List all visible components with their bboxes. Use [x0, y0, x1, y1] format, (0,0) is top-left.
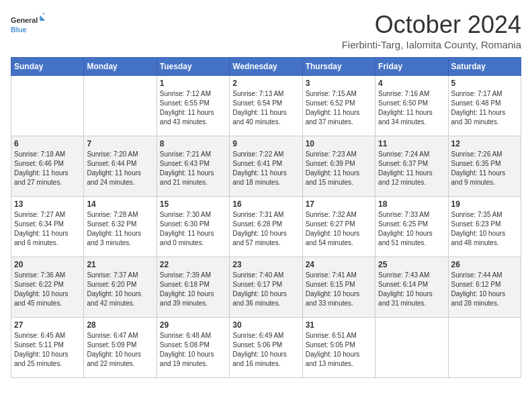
calendar-cell: 25Sunrise: 7:43 AM Sunset: 6:14 PM Dayli… [375, 257, 448, 318]
day-number: 14 [87, 199, 153, 209]
day-info: Sunrise: 6:48 AM Sunset: 5:08 PM Dayligh… [160, 331, 226, 369]
calendar-cell: 1Sunrise: 7:12 AM Sunset: 6:55 PM Daylig… [157, 76, 229, 136]
header-saturday: Saturday [448, 58, 521, 76]
logo: General Blue [11, 11, 44, 38]
day-number: 7 [87, 139, 153, 148]
header-wednesday: Wednesday [230, 58, 302, 76]
day-info: Sunrise: 7:24 AM Sunset: 6:37 PM Dayligh… [378, 150, 445, 187]
day-number: 15 [160, 199, 226, 209]
location-title: Fierbinti-Targ, Ialomita County, Romania [342, 39, 521, 50]
week-row-5: 27Sunrise: 6:45 AM Sunset: 5:11 PM Dayli… [11, 318, 521, 378]
calendar-cell: 2Sunrise: 7:13 AM Sunset: 6:54 PM Daylig… [230, 76, 302, 136]
day-info: Sunrise: 7:32 AM Sunset: 6:27 PM Dayligh… [306, 210, 372, 248]
day-number: 8 [160, 139, 226, 148]
svg-text:General: General [11, 16, 38, 24]
calendar-cell [448, 318, 521, 378]
logo-svg: General Blue [11, 11, 44, 38]
calendar-cell: 24Sunrise: 7:41 AM Sunset: 6:15 PM Dayli… [302, 257, 375, 318]
day-number: 20 [14, 260, 81, 269]
day-info: Sunrise: 6:51 AM Sunset: 5:05 PM Dayligh… [306, 331, 372, 369]
day-number: 23 [232, 260, 299, 269]
day-number: 25 [378, 260, 445, 269]
day-number: 29 [160, 320, 226, 330]
day-number: 17 [306, 199, 372, 209]
day-number: 22 [160, 260, 226, 269]
day-info: Sunrise: 6:47 AM Sunset: 5:09 PM Dayligh… [87, 331, 153, 369]
day-info: Sunrise: 7:28 AM Sunset: 6:32 PM Dayligh… [87, 210, 153, 248]
day-info: Sunrise: 7:13 AM Sunset: 6:54 PM Dayligh… [232, 89, 299, 127]
page-header: General Blue October 2024 Fierbinti-Targ… [11, 11, 521, 50]
day-info: Sunrise: 7:36 AM Sunset: 6:22 PM Dayligh… [14, 271, 81, 308]
day-number: 26 [451, 260, 518, 269]
day-number: 28 [87, 320, 153, 330]
calendar-cell: 10Sunrise: 7:23 AM Sunset: 6:39 PM Dayli… [302, 136, 375, 197]
header-tuesday: Tuesday [157, 58, 229, 76]
calendar-cell: 12Sunrise: 7:26 AM Sunset: 6:35 PM Dayli… [448, 136, 521, 197]
calendar-cell: 30Sunrise: 6:49 AM Sunset: 5:06 PM Dayli… [230, 318, 302, 378]
calendar-cell: 23Sunrise: 7:40 AM Sunset: 6:17 PM Dayli… [230, 257, 302, 318]
calendar-cell: 15Sunrise: 7:30 AM Sunset: 6:30 PM Dayli… [157, 197, 229, 257]
month-title: October 2024 [342, 11, 521, 39]
calendar-table: SundayMondayTuesdayWednesdayThursdayFrid… [11, 57, 521, 378]
day-number: 19 [451, 199, 518, 209]
day-info: Sunrise: 7:20 AM Sunset: 6:44 PM Dayligh… [87, 150, 153, 187]
calendar-cell: 17Sunrise: 7:32 AM Sunset: 6:27 PM Dayli… [302, 197, 375, 257]
calendar-cell: 20Sunrise: 7:36 AM Sunset: 6:22 PM Dayli… [11, 257, 84, 318]
calendar-cell: 21Sunrise: 7:37 AM Sunset: 6:20 PM Dayli… [84, 257, 157, 318]
day-info: Sunrise: 7:31 AM Sunset: 6:28 PM Dayligh… [232, 210, 299, 248]
day-info: Sunrise: 7:37 AM Sunset: 6:20 PM Dayligh… [87, 271, 153, 308]
day-number: 30 [232, 320, 299, 330]
day-info: Sunrise: 7:39 AM Sunset: 6:18 PM Dayligh… [160, 271, 226, 308]
day-number: 9 [232, 139, 299, 148]
day-info: Sunrise: 7:23 AM Sunset: 6:39 PM Dayligh… [306, 150, 372, 187]
day-number: 3 [306, 79, 372, 88]
calendar-cell: 22Sunrise: 7:39 AM Sunset: 6:18 PM Dayli… [157, 257, 229, 318]
day-number: 16 [232, 199, 299, 209]
calendar-header-row: SundayMondayTuesdayWednesdayThursdayFrid… [11, 58, 521, 76]
day-number: 6 [14, 139, 81, 148]
calendar-cell: 8Sunrise: 7:21 AM Sunset: 6:43 PM Daylig… [157, 136, 229, 197]
day-number: 31 [306, 320, 372, 330]
day-info: Sunrise: 7:22 AM Sunset: 6:41 PM Dayligh… [232, 150, 299, 187]
day-number: 2 [232, 79, 299, 88]
calendar-cell: 9Sunrise: 7:22 AM Sunset: 6:41 PM Daylig… [230, 136, 302, 197]
day-number: 11 [378, 139, 445, 148]
day-number: 13 [14, 199, 81, 209]
calendar-cell: 13Sunrise: 7:27 AM Sunset: 6:34 PM Dayli… [11, 197, 84, 257]
calendar-cell: 14Sunrise: 7:28 AM Sunset: 6:32 PM Dayli… [84, 197, 157, 257]
day-info: Sunrise: 7:30 AM Sunset: 6:30 PM Dayligh… [160, 210, 226, 248]
header-thursday: Thursday [302, 58, 375, 76]
calendar-cell: 26Sunrise: 7:44 AM Sunset: 6:12 PM Dayli… [448, 257, 521, 318]
calendar-cell [11, 76, 84, 136]
day-info: Sunrise: 7:41 AM Sunset: 6:15 PM Dayligh… [306, 271, 372, 308]
day-number: 27 [14, 320, 81, 330]
day-number: 24 [306, 260, 372, 269]
day-info: Sunrise: 7:35 AM Sunset: 6:23 PM Dayligh… [451, 210, 518, 248]
day-info: Sunrise: 7:17 AM Sunset: 6:48 PM Dayligh… [451, 89, 518, 127]
day-info: Sunrise: 7:44 AM Sunset: 6:12 PM Dayligh… [451, 271, 518, 308]
header-sunday: Sunday [11, 58, 84, 76]
day-info: Sunrise: 7:12 AM Sunset: 6:55 PM Dayligh… [160, 89, 226, 127]
calendar-cell: 19Sunrise: 7:35 AM Sunset: 6:23 PM Dayli… [448, 197, 521, 257]
day-info: Sunrise: 7:40 AM Sunset: 6:17 PM Dayligh… [232, 271, 299, 308]
day-number: 18 [378, 199, 445, 209]
calendar-cell: 29Sunrise: 6:48 AM Sunset: 5:08 PM Dayli… [157, 318, 229, 378]
calendar-cell: 18Sunrise: 7:33 AM Sunset: 6:25 PM Dayli… [375, 197, 448, 257]
header-monday: Monday [84, 58, 157, 76]
calendar-cell: 6Sunrise: 7:18 AM Sunset: 6:46 PM Daylig… [11, 136, 84, 197]
day-info: Sunrise: 7:27 AM Sunset: 6:34 PM Dayligh… [14, 210, 81, 248]
week-row-1: 1Sunrise: 7:12 AM Sunset: 6:55 PM Daylig… [11, 76, 521, 136]
calendar-cell: 16Sunrise: 7:31 AM Sunset: 6:28 PM Dayli… [230, 197, 302, 257]
day-info: Sunrise: 7:18 AM Sunset: 6:46 PM Dayligh… [14, 150, 81, 187]
header-friday: Friday [375, 58, 448, 76]
day-info: Sunrise: 7:15 AM Sunset: 6:52 PM Dayligh… [306, 89, 372, 127]
calendar-cell: 5Sunrise: 7:17 AM Sunset: 6:48 PM Daylig… [448, 76, 521, 136]
day-info: Sunrise: 6:45 AM Sunset: 5:11 PM Dayligh… [14, 331, 81, 369]
day-number: 12 [451, 139, 518, 148]
day-info: Sunrise: 7:16 AM Sunset: 6:50 PM Dayligh… [378, 89, 445, 127]
calendar-cell: 7Sunrise: 7:20 AM Sunset: 6:44 PM Daylig… [84, 136, 157, 197]
day-info: Sunrise: 6:49 AM Sunset: 5:06 PM Dayligh… [232, 331, 299, 369]
title-block: October 2024 Fierbinti-Targ, Ialomita Co… [342, 11, 521, 50]
day-number: 1 [160, 79, 226, 88]
svg-marker-3 [42, 13, 44, 18]
